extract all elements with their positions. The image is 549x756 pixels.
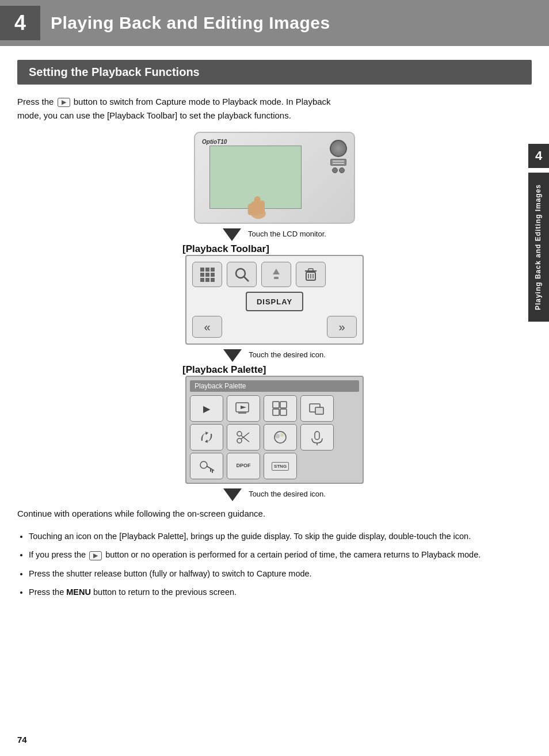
tb-delete-icon[interactable] bbox=[296, 262, 326, 287]
arrow-down-3 bbox=[223, 488, 242, 501]
svg-marker-9 bbox=[273, 269, 280, 274]
svg-rect-20 bbox=[273, 402, 279, 408]
finger-touch-icon bbox=[244, 190, 273, 222]
chapter-number: 4 bbox=[0, 6, 40, 40]
svg-point-32 bbox=[280, 433, 284, 437]
svg-rect-10 bbox=[274, 277, 279, 279]
menu-bold-text: MENU bbox=[66, 587, 91, 597]
svg-line-28 bbox=[241, 433, 249, 439]
arrow-down-1 bbox=[223, 228, 241, 241]
tb-next-btn[interactable]: » bbox=[327, 316, 357, 338]
pal-grid-icon[interactable] bbox=[264, 395, 297, 422]
camera-image: OptioT10 bbox=[194, 132, 355, 224]
tb-edit-icon[interactable] bbox=[261, 262, 291, 287]
svg-rect-33 bbox=[315, 432, 319, 440]
svg-point-27 bbox=[237, 432, 242, 436]
camera-brand-label: OptioT10 bbox=[202, 139, 227, 145]
svg-rect-5 bbox=[248, 204, 253, 215]
palette-title-bar: Playback Palette bbox=[190, 380, 359, 392]
intro-text-2: button to switch from Capture mode to Pl… bbox=[74, 97, 331, 106]
arrow-desired-1: Touch the desired icon. bbox=[177, 349, 372, 362]
tb-search-icon[interactable] bbox=[227, 262, 257, 287]
main-content: OptioT10 bbox=[0, 132, 549, 501]
camera-dial bbox=[330, 140, 347, 157]
svg-rect-1 bbox=[333, 163, 344, 164]
arrow-desired-2: Touch the desired icon. bbox=[177, 488, 372, 501]
bullet-item-1: Touching an icon on the [Playback Palett… bbox=[29, 530, 532, 543]
side-tab-number: 4 bbox=[528, 144, 549, 168]
intro-text-3: mode, you can use the [Playback Toolbar]… bbox=[17, 110, 291, 120]
tb-grid-icon[interactable] bbox=[192, 262, 222, 287]
svg-rect-13 bbox=[308, 269, 313, 272]
svg-point-7 bbox=[236, 269, 245, 278]
palette-row-1: ▶ bbox=[190, 395, 359, 422]
camera-btn-row bbox=[332, 167, 345, 173]
svg-rect-25 bbox=[315, 407, 323, 414]
intro-paragraph: Press the ▶ button to switch from Captur… bbox=[17, 95, 532, 123]
playback-btn-inline: ▶ bbox=[89, 551, 102, 560]
intro-text-1: Press the bbox=[17, 97, 54, 106]
svg-rect-6 bbox=[260, 200, 265, 214]
pal-voice-icon[interactable] bbox=[300, 424, 334, 450]
pal-slideshow-icon[interactable] bbox=[227, 395, 260, 422]
playback-palette-box: Playback Palette ▶ bbox=[185, 376, 364, 484]
touch-lcd-label: Touch the LCD monitor. bbox=[248, 230, 326, 238]
toolbar-row-1 bbox=[192, 262, 357, 287]
arrow-down-2 bbox=[223, 349, 242, 362]
pal-settings-icon[interactable]: STNG bbox=[264, 453, 297, 479]
continue-text: Continue with operations while following… bbox=[17, 507, 532, 521]
playback-button-icon: ▶ bbox=[58, 98, 70, 107]
svg-rect-22 bbox=[273, 409, 279, 415]
cam-btn-2 bbox=[339, 167, 345, 173]
pal-resize-icon[interactable] bbox=[300, 395, 334, 422]
camera-diagram: OptioT10 bbox=[165, 132, 384, 501]
pal-key-icon[interactable] bbox=[190, 453, 223, 479]
playback-toolbar-label: [Playback Toolbar] bbox=[182, 243, 269, 254]
svg-line-8 bbox=[244, 277, 249, 281]
bullet-item-4: Press the MENU button to return to the p… bbox=[29, 586, 532, 598]
pal-rotate-icon[interactable] bbox=[190, 424, 223, 450]
svg-rect-23 bbox=[280, 409, 287, 415]
cam-btn-1 bbox=[332, 167, 338, 173]
svg-point-35 bbox=[200, 461, 207, 468]
svg-marker-19 bbox=[241, 406, 246, 409]
tb-prev-btn[interactable]: « bbox=[192, 316, 222, 338]
bullet-item-3: Press the shutter release button (fully … bbox=[29, 567, 532, 580]
touch-desired-label-2: Touch the desired icon. bbox=[249, 490, 326, 498]
pal-dpof-icon[interactable]: DPOF bbox=[227, 453, 260, 479]
arrow-lcd: Touch the LCD monitor. bbox=[177, 228, 372, 241]
page-number: 74 bbox=[17, 735, 27, 744]
playback-toolbar-box: DISPLAY « » bbox=[185, 255, 364, 345]
camera-menu-btn bbox=[330, 159, 346, 166]
side-tab-text: Playing Back and Editing Images bbox=[528, 173, 549, 322]
chapter-header: 4 Playing Back and Editing Images bbox=[0, 0, 549, 46]
playback-palette-label: [Playback Palette] bbox=[182, 364, 266, 375]
camera-container: OptioT10 bbox=[177, 132, 372, 241]
svg-line-29 bbox=[241, 436, 249, 442]
pal-play-icon[interactable]: ▶ bbox=[190, 395, 223, 422]
palette-row-3: DPOF STNG bbox=[190, 453, 359, 479]
section-header: Setting the Playback Functions bbox=[17, 60, 532, 85]
pal-scissors-icon[interactable] bbox=[227, 424, 260, 450]
palette-row-2 bbox=[190, 424, 359, 450]
bullet-list: Touching an icon on the [Playback Palett… bbox=[17, 530, 532, 599]
camera-controls bbox=[330, 140, 347, 173]
pal-filter-icon[interactable] bbox=[264, 424, 297, 450]
touch-desired-label-1: Touch the desired icon. bbox=[249, 350, 326, 359]
toolbar-nav-row: « » bbox=[192, 316, 357, 338]
bullet-item-2: If you press the ▶ button or no operatio… bbox=[29, 548, 532, 561]
svg-point-31 bbox=[275, 434, 280, 438]
display-button[interactable]: DISPLAY bbox=[246, 292, 303, 311]
chapter-title: Playing Back and Editing Images bbox=[51, 13, 330, 33]
svg-rect-0 bbox=[333, 161, 344, 162]
svg-rect-21 bbox=[280, 402, 287, 408]
svg-point-26 bbox=[237, 438, 242, 443]
